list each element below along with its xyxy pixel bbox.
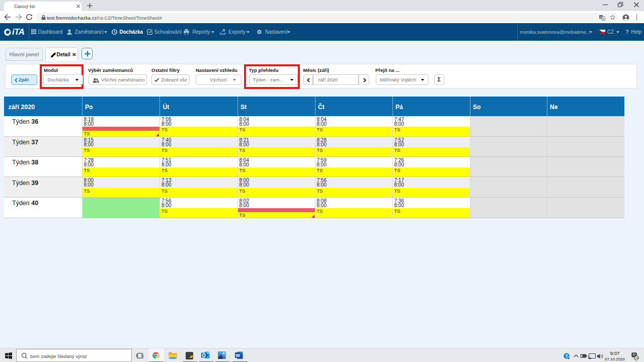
svg-text:W: W (235, 353, 240, 358)
svg-text:14: 14 (634, 356, 638, 359)
